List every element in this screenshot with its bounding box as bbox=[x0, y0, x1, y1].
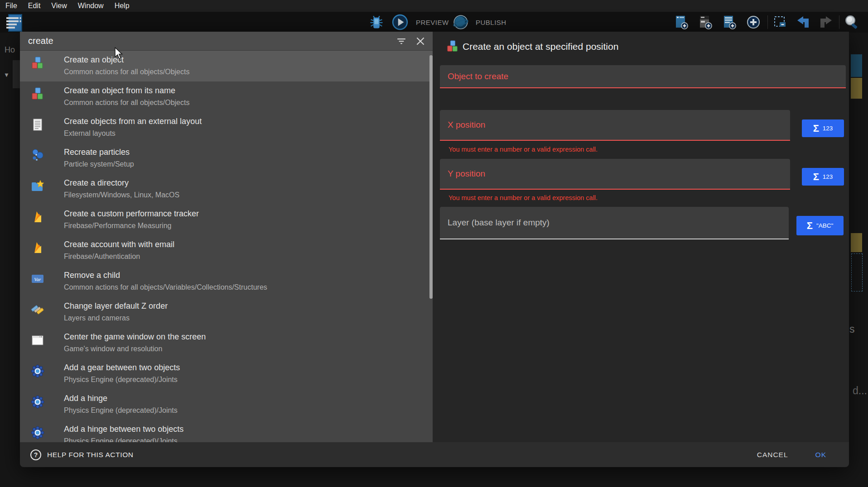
debug-icon[interactable] bbox=[368, 14, 385, 33]
edit-selection-icon[interactable] bbox=[773, 15, 787, 31]
action-list-item[interactable]: Create an objectCommon actions for all o… bbox=[20, 51, 433, 81]
object-to-create-field[interactable]: Object to create bbox=[440, 65, 846, 88]
action-list-item[interactable]: Create a directoryFilesystem/Windows, Li… bbox=[20, 174, 433, 205]
physics-icon bbox=[30, 395, 45, 409]
redo-icon[interactable] bbox=[818, 15, 833, 31]
chevron-down-icon[interactable]: ▼ bbox=[4, 72, 10, 78]
x-position-placeholder: X position bbox=[440, 120, 485, 130]
action-item-title: Create an object bbox=[64, 54, 189, 66]
home-tab[interactable]: Ho bbox=[5, 45, 15, 55]
search-header bbox=[20, 32, 433, 51]
menu-window[interactable]: Window bbox=[78, 2, 104, 10]
search-icon[interactable] bbox=[844, 14, 860, 32]
action-list-item[interactable]: Add a gear between two objectsPhysics En… bbox=[20, 358, 433, 389]
action-item-title: Create objects from an external layout bbox=[64, 115, 202, 128]
background-text: s bbox=[849, 323, 855, 335]
project-manager-icon[interactable] bbox=[5, 13, 24, 34]
list-scrollbar[interactable] bbox=[429, 55, 433, 299]
add-external-layout-icon[interactable] bbox=[722, 15, 737, 31]
physics-icon bbox=[30, 425, 45, 440]
y-expression-button[interactable]: Σ 123 bbox=[802, 168, 844, 186]
cubes-icon bbox=[30, 87, 45, 101]
background-panel-edge bbox=[13, 60, 20, 88]
cancel-button[interactable]: CANCEL bbox=[754, 450, 791, 459]
close-icon[interactable] bbox=[414, 34, 427, 48]
action-item-subtitle: External layouts bbox=[64, 128, 202, 139]
preview-button[interactable]: PREVIEW bbox=[416, 12, 449, 33]
action-header: Create an object at specified position bbox=[433, 32, 849, 61]
action-item-subtitle: Common actions for all objects/Objects bbox=[64, 66, 189, 78]
action-list-item[interactable]: VarRemove a childCommon actions for all … bbox=[20, 266, 433, 297]
cubes-icon bbox=[30, 56, 45, 71]
action-list-item[interactable]: Create an object from its nameCommon act… bbox=[20, 81, 433, 112]
action-item-title: Center the game window on the screen bbox=[64, 331, 206, 343]
sigma-icon: Σ bbox=[813, 172, 819, 182]
action-list-item[interactable]: Create objects from an external layoutEx… bbox=[20, 112, 433, 143]
physics-icon bbox=[30, 364, 45, 378]
menu-help[interactable]: Help bbox=[115, 2, 130, 10]
action-search-input[interactable] bbox=[20, 35, 395, 47]
menu-file[interactable]: File bbox=[5, 2, 17, 10]
window-icon bbox=[30, 333, 45, 348]
ok-button[interactable]: OK bbox=[813, 450, 829, 459]
add-scene-icon[interactable] bbox=[674, 15, 689, 31]
action-item-subtitle: Physics Engine (deprecated)/Joints bbox=[64, 405, 178, 416]
action-item-title: Create a directory bbox=[64, 177, 179, 189]
action-item-title: Create a custom performance tracker bbox=[64, 208, 199, 220]
action-item-subtitle: Firebase/Performance Measuring bbox=[64, 220, 199, 232]
menu-view[interactable]: View bbox=[51, 2, 67, 10]
background-thumbnail bbox=[851, 54, 862, 77]
action-item-title: Add a hinge between two objects bbox=[64, 423, 183, 435]
preview-icon[interactable] bbox=[391, 14, 409, 33]
zorder-icon bbox=[30, 302, 45, 317]
toolbar-separator bbox=[839, 15, 839, 29]
help-label: HELP FOR THIS ACTION bbox=[47, 451, 134, 459]
create-object-icon bbox=[446, 40, 459, 53]
object-to-create-placeholder: Object to create bbox=[440, 72, 508, 81]
action-item-title: Create an object from its name bbox=[64, 85, 189, 97]
action-item-title: Change layer default Z order bbox=[64, 300, 168, 312]
action-item-title: Recreate particles bbox=[64, 146, 134, 158]
var-icon: Var bbox=[30, 272, 45, 286]
filter-icon[interactable] bbox=[395, 34, 408, 48]
action-item-subtitle: Common actions for all objects/Variables… bbox=[64, 282, 267, 293]
add-external-events-icon[interactable] bbox=[698, 15, 713, 31]
action-item-subtitle: Firebase/Authentication bbox=[64, 251, 174, 263]
action-item-title: Remove a child bbox=[64, 269, 267, 282]
action-list-item[interactable]: Add a hingePhysics Engine (deprecated)/J… bbox=[20, 389, 433, 420]
menu-bar: File Edit View Window Help bbox=[0, 0, 868, 12]
action-list-item[interactable]: Change layer default Z orderLayers and c… bbox=[20, 297, 433, 328]
layer-expression-button[interactable]: Σ "ABC" bbox=[796, 216, 844, 235]
action-list-item[interactable]: Add a hinge between two objectsPhysics E… bbox=[20, 420, 433, 442]
action-item-subtitle: Filesystem/Windows, Linux, MacOS bbox=[64, 189, 179, 201]
action-item-subtitle: Layers and cameras bbox=[64, 312, 168, 324]
action-item-subtitle: Particle system/Setup bbox=[64, 158, 134, 170]
layer-field[interactable]: Layer (base layer if empty) bbox=[440, 207, 789, 239]
background-text: d... bbox=[853, 385, 867, 397]
gdevelop-window: File Edit View Window Help PREVIEW PUBLI… bbox=[0, 0, 868, 487]
main-toolbar: PREVIEW PUBLISH bbox=[0, 12, 868, 33]
undo-icon[interactable] bbox=[796, 15, 811, 31]
dialog-footer: ? HELP FOR THIS ACTION CANCEL OK bbox=[20, 442, 849, 467]
action-list-item[interactable]: Create account with with emailFirebase/A… bbox=[20, 235, 433, 266]
publish-button[interactable]: PUBLISH bbox=[476, 12, 506, 33]
action-list-item[interactable]: Center the game window on the screenGame… bbox=[20, 328, 433, 358]
action-item-subtitle: Common actions for all objects/Objects bbox=[64, 97, 189, 109]
toolbar-separator bbox=[767, 15, 768, 29]
x-position-field[interactable]: X position bbox=[440, 110, 790, 141]
menu-edit[interactable]: Edit bbox=[28, 2, 41, 10]
y-position-placeholder: Y position bbox=[440, 169, 485, 179]
x-expression-button[interactable]: Σ 123 bbox=[802, 119, 844, 137]
sigma-icon: Σ bbox=[813, 124, 819, 134]
action-list-item[interactable]: Create a custom performance trackerFireb… bbox=[20, 205, 433, 235]
add-resource-icon[interactable] bbox=[746, 15, 761, 31]
publish-icon[interactable] bbox=[452, 14, 469, 33]
help-button[interactable]: ? HELP FOR THIS ACTION bbox=[30, 449, 134, 461]
action-item-subtitle: Physics Engine (deprecated)/Joints bbox=[64, 374, 180, 386]
action-search-panel: Create an objectCommon actions for all o… bbox=[20, 32, 433, 442]
svg-text:Var: Var bbox=[34, 277, 41, 282]
action-list-item[interactable]: Recreate particlesParticle system/Setup bbox=[20, 143, 433, 174]
y-position-field[interactable]: Y position bbox=[440, 159, 790, 190]
action-item-title: Add a gear between two objects bbox=[64, 362, 180, 374]
background-thumbnail bbox=[851, 233, 862, 252]
